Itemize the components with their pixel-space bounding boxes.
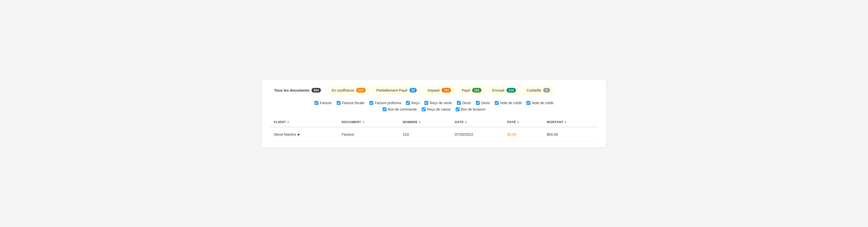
checkbox-recu[interactable] (406, 101, 410, 105)
checkbox-label-bon-commande: Bon de commande (388, 107, 417, 111)
checkbox-facture-fiscale[interactable] (337, 101, 341, 105)
col-label-date: DATE (455, 120, 464, 124)
tab-badge-trash: 5 (543, 88, 550, 92)
col-montant[interactable]: MONTANT ⇕ (543, 117, 598, 127)
col-date[interactable]: DATE ⇕ (451, 117, 503, 127)
col-paye[interactable]: PAYÉ ⇕ (503, 117, 543, 127)
tab-trash[interactable]: Corbeille5 (522, 85, 555, 95)
checkbox-recu-vente[interactable] (425, 101, 428, 105)
sort-icon-date: ⇕ (465, 121, 467, 124)
tab-label-trash: Corbeille (527, 88, 541, 92)
checkbox-label-note-credit1: Note de crédit (500, 101, 522, 105)
tab-label-paid: Payé (462, 88, 470, 92)
tab-paid[interactable]: Payé131 (457, 85, 486, 95)
tab-label-all: Tous les documents (274, 88, 310, 92)
tab-badge-all: 884 (312, 88, 321, 92)
checkbox-item-facture[interactable]: Facture (314, 101, 332, 105)
checkbox-label-devis2: Devis (481, 101, 490, 105)
checkbox-facture[interactable] (314, 101, 318, 105)
checkbox-item-facture-proforma[interactable]: Facture proforma (369, 101, 401, 105)
tab-badge-pending: 522 (356, 88, 366, 92)
tab-badge-partial: 32 (409, 88, 417, 92)
table-header: CLIENT ⇕DOCUMENT ⇕NOMBRE ⇕DATE ⇕PAYÉ ⇕MO… (270, 117, 598, 127)
checkbox-item-devis1[interactable]: Devis (457, 101, 471, 105)
checkbox-devis2[interactable] (476, 101, 480, 105)
checkbox-item-note-credit2[interactable]: Note de crédit (526, 101, 553, 105)
tab-sent[interactable]: Envoyé110 (488, 85, 520, 95)
sort-icon-paye: ⇕ (517, 121, 519, 124)
tab-label-partial: Partiellement Payé (376, 88, 407, 92)
tab-pending[interactable]: En souffrance522 (327, 85, 370, 95)
checkbox-note-credit1[interactable] (495, 101, 499, 105)
tab-badge-sent: 110 (506, 88, 516, 92)
checkbox-devis1[interactable] (457, 101, 461, 105)
checkbox-bon-livraison[interactable] (456, 107, 460, 111)
cell-nombre-0: 103 (399, 127, 451, 142)
checkboxes-row-1: FactureFacture fiscaleFacture proformaRe… (271, 101, 597, 105)
cell-date-0: 07/20/2022 (451, 127, 503, 142)
cell-document-0: Facture (338, 127, 399, 142)
sort-icon-document: ⇕ (362, 121, 365, 124)
col-label-montant: MONTANT (547, 120, 564, 124)
main-container: Tous les documents884En souffrance522Par… (262, 80, 606, 147)
cell-montant-0: $50.00 (543, 127, 598, 142)
checkbox-item-bon-commande[interactable]: Bon de commande (382, 107, 417, 111)
checkbox-label-note-credit2: Note de crédit (532, 101, 553, 105)
checkbox-label-recu-vente: Reçu de vente (430, 101, 452, 105)
tab-label-sent: Envoyé (492, 88, 504, 92)
tab-badge-unpaid: 753 (442, 88, 451, 92)
checkboxes-section: FactureFacture fiscaleFacture proformaRe… (270, 101, 598, 111)
documents-table: CLIENT ⇕DOCUMENT ⇕NOMBRE ⇕DATE ⇕PAYÉ ⇕MO… (270, 117, 598, 142)
tab-unpaid[interactable]: Impayé753 (423, 85, 455, 95)
table-row[interactable]: Steve Martins▶Facture10307/20/2022$0.00$… (270, 127, 598, 142)
col-client[interactable]: CLIENT ⇕ (270, 117, 338, 127)
checkbox-item-facture-fiscale[interactable]: Facture fiscale (337, 101, 364, 105)
checkbox-label-recu-caisse: Reçu de caisse (427, 107, 451, 111)
checkbox-label-facture-proforma: Facture proforma (375, 101, 401, 105)
checkbox-item-recu-caisse[interactable]: Reçu de caisse (422, 107, 451, 111)
tab-badge-paid: 131 (472, 88, 482, 92)
tab-label-unpaid: Impayé (428, 88, 440, 92)
checkbox-item-bon-livraison[interactable]: Bon de livraison (456, 107, 486, 111)
checkbox-item-note-credit1[interactable]: Note de crédit (495, 101, 522, 105)
tab-partial[interactable]: Partiellement Payé32 (372, 85, 421, 95)
client-name-0: Steve Martins (274, 132, 296, 136)
tab-label-pending: En souffrance (332, 88, 354, 92)
checkbox-label-bon-livraison: Bon de livraison (461, 107, 486, 111)
col-document[interactable]: DOCUMENT ⇕ (338, 117, 399, 127)
checkbox-label-facture-fiscale: Facture fiscale (342, 101, 364, 105)
tab-all[interactable]: Tous les documents884 (270, 85, 325, 95)
tabs-row: Tous les documents884En souffrance522Par… (270, 85, 598, 95)
checkbox-item-devis2[interactable]: Devis (476, 101, 490, 105)
sort-icon-client: ⇕ (287, 121, 289, 124)
table-body: Steve Martins▶Facture10307/20/2022$0.00$… (270, 127, 598, 142)
sort-icon-nombre: ⇕ (418, 121, 421, 124)
table-header-row: CLIENT ⇕DOCUMENT ⇕NOMBRE ⇕DATE ⇕PAYÉ ⇕MO… (270, 117, 598, 127)
checkboxes-row-2: Bon de commandeReçu de caisseBon de livr… (271, 107, 597, 111)
col-label-paye: PAYÉ (507, 120, 516, 124)
checkbox-note-credit2[interactable] (526, 101, 530, 105)
checkbox-label-recu: Reçu (411, 101, 420, 105)
table-section: CLIENT ⇕DOCUMENT ⇕NOMBRE ⇕DATE ⇕PAYÉ ⇕MO… (270, 117, 598, 142)
col-label-document: DOCUMENT (342, 120, 361, 124)
col-label-nombre: NOMBRE (403, 120, 418, 124)
col-nombre[interactable]: NOMBRE ⇕ (399, 117, 451, 127)
checkbox-item-recu[interactable]: Reçu (406, 101, 420, 105)
checkbox-facture-proforma[interactable] (369, 101, 373, 105)
checkbox-label-devis1: Devis (462, 101, 471, 105)
col-label-client: CLIENT (274, 120, 286, 124)
checkbox-recu-caisse[interactable] (422, 107, 426, 111)
cell-client-0: Steve Martins▶ (270, 127, 338, 142)
cell-paye-0: $0.00 (503, 127, 543, 142)
cursor-icon: ▶ (298, 133, 300, 136)
sort-icon-montant: ⇕ (564, 121, 567, 124)
checkbox-bon-commande[interactable] (382, 107, 386, 111)
checkbox-item-recu-vente[interactable]: Reçu de vente (425, 101, 452, 105)
checkbox-label-facture: Facture (320, 101, 332, 105)
